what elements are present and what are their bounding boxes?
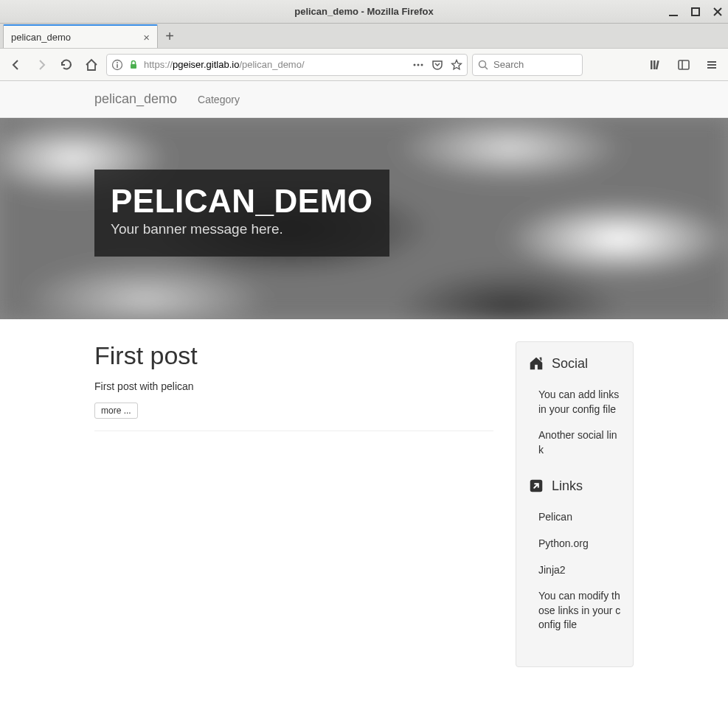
post-separator bbox=[94, 431, 493, 431]
link-item[interactable]: Pelican bbox=[528, 504, 621, 531]
sidebar-heading-links: Links bbox=[528, 478, 621, 494]
external-link-icon bbox=[528, 478, 544, 494]
sidebar-toggle-button[interactable] bbox=[673, 55, 694, 75]
tab-strip: pelican_demo × + bbox=[0, 24, 728, 49]
url-host: pgeiser.gitlab.io bbox=[173, 59, 239, 70]
search-bar[interactable] bbox=[472, 54, 583, 76]
back-button[interactable] bbox=[6, 55, 27, 75]
svg-point-5 bbox=[117, 62, 118, 63]
link-item[interactable]: Jinja2 bbox=[528, 557, 621, 584]
page-content: First post First post with pelican more … bbox=[0, 319, 728, 697]
svg-rect-16 bbox=[679, 60, 689, 69]
svg-rect-7 bbox=[131, 64, 136, 69]
browser-tab-active[interactable]: pelican_demo × bbox=[3, 24, 158, 48]
post-excerpt: First post with pelican bbox=[94, 380, 493, 392]
svg-point-10 bbox=[421, 63, 423, 66]
social-link-item[interactable]: You can add links in your config file bbox=[528, 382, 621, 422]
window-titlebar: pelican_demo - Mozilla Firefox bbox=[0, 0, 728, 24]
search-input[interactable] bbox=[493, 59, 578, 70]
url-display: https://pgeiser.gitlab.io/pelican_demo/ bbox=[144, 59, 408, 70]
new-tab-button[interactable]: + bbox=[158, 24, 181, 48]
link-item[interactable]: Python.org bbox=[528, 531, 621, 557]
svg-point-11 bbox=[479, 60, 486, 67]
window-controls bbox=[668, 0, 724, 24]
search-icon bbox=[477, 59, 489, 71]
post-title[interactable]: First post bbox=[94, 341, 493, 370]
read-more-button[interactable]: more ... bbox=[94, 403, 138, 419]
svg-point-8 bbox=[414, 63, 416, 66]
window-minimize-button[interactable] bbox=[668, 6, 679, 18]
library-button[interactable] bbox=[645, 55, 666, 75]
navbar-link-category[interactable]: Category bbox=[198, 94, 240, 105]
bookmark-star-icon[interactable] bbox=[451, 59, 462, 71]
address-bar[interactable]: https://pgeiser.gitlab.io/pelican_demo/ bbox=[106, 54, 468, 76]
link-item[interactable]: You can modify those links in your confi… bbox=[528, 583, 621, 638]
navbar-brand[interactable]: pelican_demo bbox=[94, 91, 177, 107]
svg-rect-15 bbox=[656, 60, 659, 69]
svg-rect-6 bbox=[117, 64, 118, 68]
svg-rect-13 bbox=[651, 60, 653, 69]
pocket-icon[interactable] bbox=[431, 59, 443, 71]
url-path: /pelican_demo/ bbox=[239, 59, 304, 70]
url-scheme: https:// bbox=[144, 59, 173, 70]
browser-toolbar: https://pgeiser.gitlab.io/pelican_demo/ bbox=[0, 49, 728, 81]
banner-text-box: PELICAN_DEMO Your banner message here. bbox=[94, 170, 389, 257]
main-column: First post First post with pelican more … bbox=[94, 341, 493, 431]
svg-rect-14 bbox=[654, 60, 656, 69]
social-link-item[interactable]: Another social link bbox=[528, 422, 621, 463]
tab-close-button[interactable]: × bbox=[143, 31, 150, 43]
site-navbar: pelican_demo Category bbox=[0, 81, 728, 118]
reload-button[interactable] bbox=[56, 55, 77, 75]
links-heading-label: Links bbox=[552, 478, 583, 494]
links-list: Pelican Python.org Jinja2 You can modify… bbox=[528, 504, 621, 638]
window-close-button[interactable] bbox=[712, 6, 724, 18]
hero-banner: PELICAN_DEMO Your banner message here. bbox=[0, 118, 728, 319]
sidebar-heading-social: Social bbox=[528, 355, 621, 372]
window-title: pelican_demo - Mozilla Firefox bbox=[294, 6, 434, 17]
banner-title: PELICAN_DEMO bbox=[111, 183, 373, 220]
svg-point-9 bbox=[417, 63, 420, 66]
home-icon bbox=[528, 355, 544, 372]
sidebar-panel: Social You can add links in your config … bbox=[516, 341, 634, 667]
svg-rect-0 bbox=[669, 15, 678, 16]
social-heading-label: Social bbox=[552, 356, 588, 372]
svg-line-12 bbox=[485, 66, 488, 69]
forward-button bbox=[31, 55, 52, 75]
page-viewport[interactable]: pelican_demo Category PELICAN_DEMO Your … bbox=[0, 81, 728, 721]
lock-icon[interactable] bbox=[128, 59, 139, 71]
home-button[interactable] bbox=[81, 55, 102, 75]
info-icon[interactable] bbox=[111, 59, 123, 71]
page-actions-icon[interactable] bbox=[412, 59, 424, 71]
menu-button[interactable] bbox=[701, 55, 722, 75]
banner-subtitle: Your banner message here. bbox=[111, 221, 373, 237]
tab-label: pelican_demo bbox=[11, 32, 71, 43]
svg-rect-1 bbox=[692, 8, 699, 15]
social-links-list: You can add links in your config file An… bbox=[528, 382, 621, 463]
window-maximize-button[interactable] bbox=[690, 6, 701, 18]
